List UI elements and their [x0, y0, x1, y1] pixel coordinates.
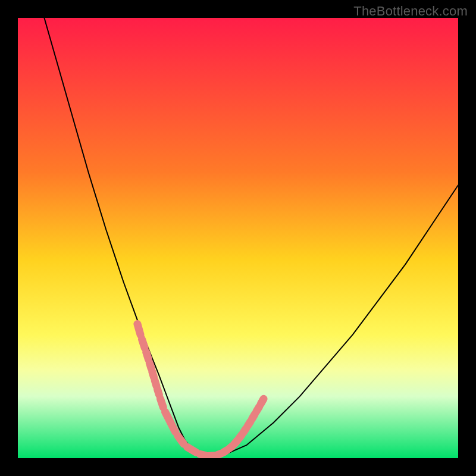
gradient-background: [18, 18, 458, 458]
watermark-text: TheBottleneck.com: [353, 4, 468, 19]
bead-segment: [158, 389, 159, 394]
chart-svg: [18, 18, 458, 458]
plot-area: [18, 18, 458, 458]
bead-segment: [161, 399, 164, 408]
bead-segment: [155, 381, 156, 386]
bead-segment: [146, 352, 149, 359]
bead-segment: [149, 363, 151, 368]
bead-segment: [152, 372, 154, 377]
bead-segment: [142, 339, 145, 348]
bead-segment: [200, 454, 205, 455]
bead-segment: [252, 414, 255, 419]
bead-segment: [187, 447, 196, 452]
bead-segment: [261, 399, 264, 404]
bead-segment: [178, 436, 184, 444]
chart-frame: TheBottleneck.com: [0, 0, 476, 476]
bead-segment: [137, 324, 140, 334]
bead-segment: [256, 407, 259, 412]
